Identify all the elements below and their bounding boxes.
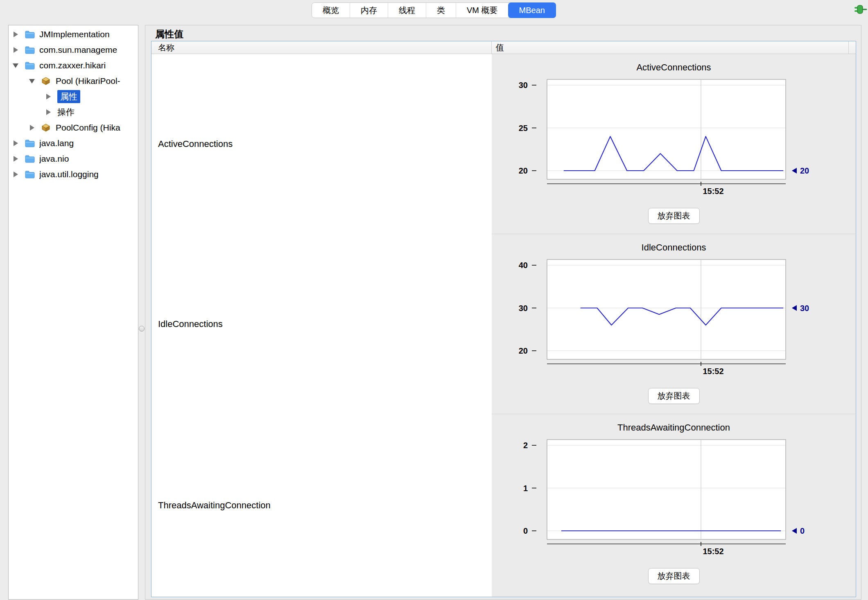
table-row-threadsawaitingconnection: ThreadsAwaitingConnection ThreadsAwaitin… [151,414,856,597]
chevron-right-icon[interactable] [11,156,20,162]
chart-idleconnections: 40302015:5230 [510,256,838,379]
splitter-handle[interactable] [139,326,145,332]
chart-activeconnections: 30252015:5220 [510,76,838,199]
tree-item-label: java.nio [39,154,69,164]
attributes-table: 名称 值 ActiveConnections ActiveConnections… [151,41,856,597]
tree-item-label: com.sun.manageme [39,45,117,55]
tab-mbean[interactable]: MBean [508,2,556,18]
folder-icon [25,139,36,148]
svg-text:1: 1 [523,484,527,493]
mbean-icon [41,123,52,133]
tab-classes[interactable]: 类 [426,3,456,18]
tree-item-label: java.lang [39,138,74,148]
discard-chart-button[interactable]: 放弃图表 [648,568,700,584]
chevron-right-icon[interactable] [11,47,20,53]
tree-item-label: Pool (HikariPool- [56,76,120,86]
chevron-right-icon[interactable] [11,32,20,37]
column-header-tail [849,41,856,54]
svg-text:25: 25 [518,124,527,133]
attribute-value-cell[interactable]: IdleConnections 40302015:5230 放弃图表 [492,234,856,414]
svg-text:15:52: 15:52 [703,187,723,196]
svg-text:30: 30 [518,304,527,313]
discard-chart-button[interactable]: 放弃图表 [648,208,700,224]
folder-icon [25,154,36,163]
chevron-down-icon[interactable] [27,79,37,83]
svg-text:0: 0 [523,526,527,535]
tree-item-jmimplementation[interactable]: JMImplementation [9,27,138,42]
tree-item-label: java.util.logging [39,169,99,179]
tree-item-com-zaxxer-hikari[interactable]: com.zaxxer.hikari [9,58,138,73]
tree-item-java-util-logging[interactable]: java.util.logging [9,167,138,182]
svg-text:15:52: 15:52 [703,547,723,556]
svg-text:30: 30 [800,304,809,313]
svg-text:20: 20 [800,166,809,175]
svg-text:0: 0 [800,526,805,535]
tree-item-label: com.zaxxer.hikari [39,61,106,70]
tab-threads[interactable]: 线程 [388,3,426,18]
chevron-right-icon[interactable] [43,109,53,115]
chart-title: ThreadsAwaitingConnection [617,421,730,435]
chevron-right-icon[interactable] [11,171,20,177]
chevron-down-icon[interactable] [11,63,20,68]
svg-text:30: 30 [518,81,527,90]
attribute-name-cell[interactable]: IdleConnections [151,234,492,414]
tree-item-label-selected: 属性 [57,90,80,103]
tree-item-attributes[interactable]: 属性 [9,89,138,104]
attributes-panel: 属性值 名称 值 ActiveConnections ActiveConnect… [145,25,861,600]
svg-text:15:52: 15:52 [703,367,723,376]
chevron-right-icon[interactable] [43,94,53,99]
attribute-value-cell[interactable]: ThreadsAwaitingConnection 21015:520 放弃图表 [492,414,856,597]
tree-item-operations[interactable]: 操作 [9,104,138,120]
tab-overview[interactable]: 概览 [312,3,350,18]
tree-item-label: PoolConfig (Hika [56,123,120,133]
table-header: 名称 值 [151,41,856,54]
table-row-activeconnections: ActiveConnections ActiveConnections 3025… [151,54,856,234]
chart-title: ActiveConnections [636,61,711,74]
tab-vm-summary[interactable]: VM 概要 [456,3,509,18]
mbean-tree: JMImplementation com.sun.manageme com.za… [8,25,138,600]
column-header-value: 值 [492,41,849,54]
chevron-right-icon[interactable] [27,125,37,131]
attribute-value-cell[interactable]: ActiveConnections 30252015:5220 放弃图表 [492,54,856,234]
table-row-idleconnections: IdleConnections IdleConnections 40302015… [151,234,856,414]
attribute-name-cell[interactable]: ThreadsAwaitingConnection [151,414,492,597]
tree-item-com-sun-management[interactable]: com.sun.manageme [9,42,138,58]
svg-text:40: 40 [518,261,527,270]
attribute-name-cell[interactable]: ActiveConnections [151,54,492,234]
chart-threadsawaitingconnection: 21015:520 [510,436,838,559]
table-body: ActiveConnections ActiveConnections 3025… [151,54,856,597]
folder-icon [25,61,36,70]
tab-bar: 概览 内存 线程 类 VM 概要 MBean [312,2,556,18]
mbean-icon [41,76,52,86]
column-header-name: 名称 [151,41,492,54]
svg-text:2: 2 [523,441,527,450]
folder-icon [25,170,36,179]
connection-plug-icon [853,2,867,16]
discard-chart-button[interactable]: 放弃图表 [648,388,700,404]
tab-memory[interactable]: 内存 [350,3,388,18]
folder-icon [25,30,36,39]
panel-title: 属性值 [155,28,183,41]
folder-icon [25,45,36,54]
tree-item-pool[interactable]: Pool (HikariPool- [9,73,138,89]
chart-title: IdleConnections [642,241,706,255]
tree-item-label: JMImplementation [39,29,110,39]
tree-item-java-lang[interactable]: java.lang [9,135,138,151]
tree-item-label: 操作 [57,106,75,118]
tree-item-poolconfig[interactable]: PoolConfig (Hika [9,120,138,135]
svg-text:20: 20 [518,346,527,355]
chevron-right-icon[interactable] [11,140,20,146]
svg-text:20: 20 [518,166,527,175]
tree-item-java-nio[interactable]: java.nio [9,151,138,167]
